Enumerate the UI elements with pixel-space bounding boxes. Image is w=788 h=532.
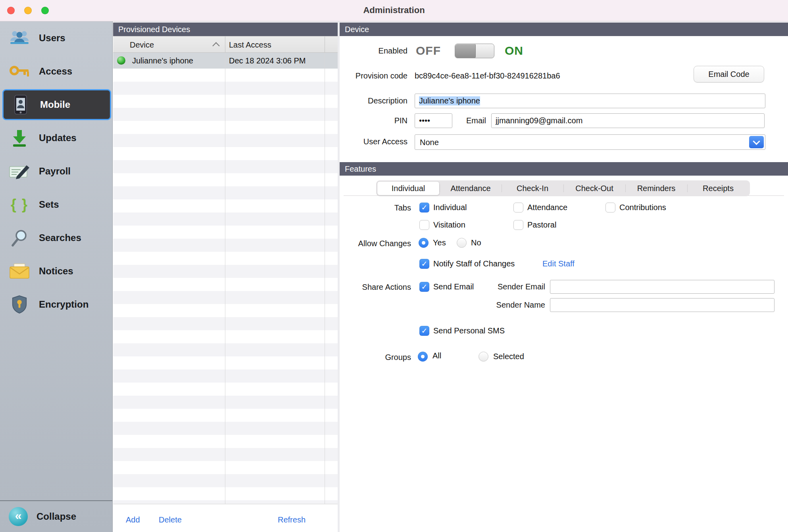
checkbox-send-personal-sms[interactable] <box>419 326 429 336</box>
column-separator <box>325 36 325 52</box>
sidebar-item-sets[interactable]: Sets <box>0 188 112 221</box>
sidebar-item-mobile[interactable]: Mobile <box>2 89 111 120</box>
sidebar-item-encryption[interactable]: Encryption <box>0 288 112 321</box>
sidebar-item-updates[interactable]: Updates <box>0 121 112 155</box>
share-actions-label: Share Actions <box>312 282 411 292</box>
user-access-label: User Access <box>308 136 407 147</box>
table-bottom-border <box>113 504 338 504</box>
radio-groups-selected[interactable] <box>479 352 488 362</box>
toggle-off-label: OFF <box>416 43 441 59</box>
add-device-button[interactable]: Add <box>126 515 140 524</box>
device-name-cell: Julianne's iphone <box>132 53 193 69</box>
sort-ascending-icon <box>212 42 219 49</box>
device-panel-title: Device <box>345 25 369 34</box>
enabled-toggle[interactable] <box>455 44 494 58</box>
tab-check-out[interactable]: Check-Out <box>563 181 625 195</box>
sidebar-item-notices[interactable]: Notices <box>0 255 112 288</box>
checkbox-send-email[interactable] <box>419 282 429 292</box>
toggle-on-label: ON <box>505 43 523 59</box>
radio-groups-all[interactable] <box>418 352 428 362</box>
checkbox-visitation[interactable] <box>419 220 429 230</box>
sidebar-item-users[interactable]: Users <box>0 21 112 55</box>
administration-window: Administration Users <box>0 0 788 532</box>
sidebar-item-label: Sets <box>39 199 59 210</box>
refresh-devices-button[interactable]: Refresh <box>278 515 306 524</box>
tab-individual[interactable]: Individual <box>377 181 440 195</box>
delete-device-button[interactable]: Delete <box>159 515 182 524</box>
pin-label: PIN <box>328 115 407 126</box>
download-arrow-icon <box>6 129 33 147</box>
sidebar-item-access[interactable]: Access <box>0 55 112 88</box>
sidebar: Users Access <box>0 21 113 532</box>
check-pen-icon <box>6 163 33 180</box>
checkbox-individual-label: Individual <box>433 203 467 212</box>
sender-name-input[interactable] <box>550 298 775 312</box>
checkbox-notify-staff[interactable] <box>419 259 429 269</box>
email-code-button-label: Email Code <box>708 70 749 79</box>
radio-allow-changes-no[interactable] <box>457 238 467 248</box>
provisioned-devices-header: Provisioned Devices <box>113 23 338 36</box>
provisioned-devices-title: Provisioned Devices <box>118 25 190 34</box>
sender-email-label: Sender Email <box>466 281 545 292</box>
braces-icon <box>6 196 33 213</box>
sidebar-item-searches[interactable]: Searches <box>0 221 112 255</box>
edit-staff-link[interactable]: Edit Staff <box>542 259 575 269</box>
checkbox-visitation-label: Visitation <box>433 220 465 230</box>
radio-yes-label: Yes <box>433 238 446 248</box>
features-panel-header: Features <box>340 162 788 176</box>
mobile-icon <box>8 95 34 115</box>
checkbox-send-personal-sms-label: Send Personal SMS <box>433 326 505 336</box>
sidebar-item-label: Updates <box>39 132 77 144</box>
checkbox-pastoral[interactable] <box>513 220 523 230</box>
tabs-group-label: Tabs <box>332 203 411 213</box>
dropdown-button[interactable] <box>749 136 764 148</box>
checkbox-pastoral-label: Pastoral <box>527 220 556 230</box>
provision-code-label: Provision code <box>308 71 407 81</box>
sidebar-item-label: Access <box>39 66 72 77</box>
collapse-label: Collapse <box>37 511 76 522</box>
tab-reminders[interactable]: Reminders <box>625 181 687 195</box>
user-access-select[interactable]: None <box>415 134 765 150</box>
sidebar-item-payroll[interactable]: Payroll <box>0 155 112 188</box>
window-title: Administration <box>0 5 788 15</box>
tab-receipts[interactable]: Receipts <box>687 181 749 195</box>
radio-allow-changes-yes[interactable] <box>419 238 429 248</box>
devices-table-empty-rows <box>113 69 338 504</box>
toggle-knob <box>455 44 476 58</box>
column-header-last-access[interactable]: Last Access <box>229 37 271 53</box>
users-icon <box>6 30 33 46</box>
allow-changes-label: Allow Changes <box>312 238 411 249</box>
sidebar-item-label: Encryption <box>39 299 88 310</box>
email-code-button[interactable]: Email Code <box>694 66 764 82</box>
magnifier-icon <box>6 229 33 247</box>
chevron-down-icon <box>753 138 760 145</box>
sidebar-item-label: Payroll <box>39 166 71 177</box>
sender-email-input[interactable] <box>550 280 775 294</box>
sidebar-item-label: Notices <box>39 266 73 277</box>
collapse-button[interactable]: Collapse <box>0 500 112 532</box>
column-separator <box>225 36 225 52</box>
tab-check-in[interactable]: Check-In <box>502 181 563 195</box>
key-icon <box>6 64 33 78</box>
last-access-cell: Dec 18 2024 3:06 PM <box>229 53 306 69</box>
features-panel-title: Features <box>345 165 376 174</box>
checkbox-attendance-label: Attendance <box>527 203 567 212</box>
checkbox-contributions[interactable] <box>605 203 615 212</box>
mail-icon <box>6 263 33 279</box>
sidebar-item-label: Users <box>39 33 65 44</box>
description-label: Description <box>308 96 407 106</box>
features-tab-bar: Individual Attendance Check-In Check-Out… <box>376 180 750 196</box>
description-input[interactable]: Julianne's iphone <box>415 94 765 108</box>
table-column-line <box>325 53 325 504</box>
tab-attendance[interactable]: Attendance <box>440 181 502 195</box>
provision-code-value: bc89c4ce-6ea8-11ef-bf30-824916281ba6 <box>415 71 560 81</box>
checkbox-attendance[interactable] <box>513 203 523 212</box>
radio-no-label: No <box>471 238 481 248</box>
device-row[interactable]: Julianne's iphone Dec 18 2024 3:06 PM <box>113 53 338 69</box>
email-input[interactable] <box>491 113 765 128</box>
enabled-label: Enabled <box>328 46 407 56</box>
status-online-icon <box>117 56 125 65</box>
collapse-icon <box>9 507 28 526</box>
checkbox-individual[interactable] <box>419 203 429 212</box>
column-header-device[interactable]: Device <box>130 37 154 53</box>
